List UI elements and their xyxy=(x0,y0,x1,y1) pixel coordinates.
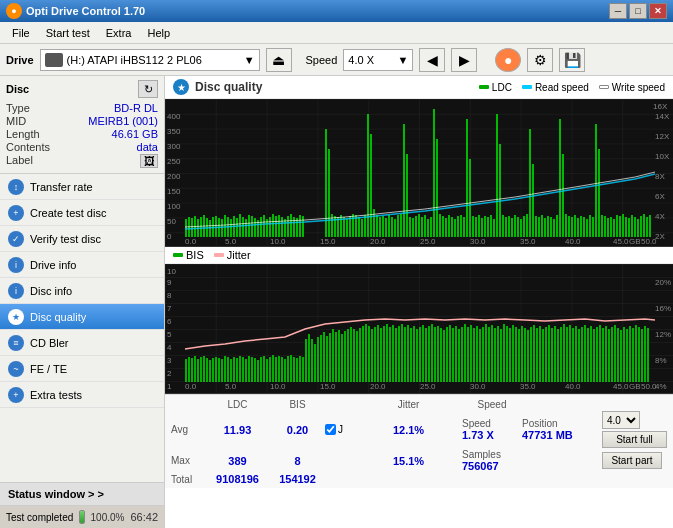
svg-rect-122 xyxy=(481,218,483,237)
svg-rect-295 xyxy=(449,325,451,382)
svg-rect-272 xyxy=(380,328,382,382)
disc-button[interactable]: ● xyxy=(495,48,521,72)
svg-rect-135 xyxy=(520,219,522,237)
status-window-button[interactable]: Status window > > xyxy=(0,482,164,506)
svg-rect-99 xyxy=(412,218,414,237)
svg-rect-275 xyxy=(389,327,391,382)
svg-rect-148 xyxy=(559,119,561,237)
save-button[interactable]: 💾 xyxy=(559,48,585,72)
svg-rect-153 xyxy=(574,215,576,237)
svg-rect-144 xyxy=(547,216,549,237)
bis-legend-bar: BIS Jitter xyxy=(165,247,673,264)
play-button[interactable]: ▶ xyxy=(451,48,477,72)
legend-write-speed: Write speed xyxy=(599,82,665,93)
legend-ldc-dot xyxy=(479,85,489,89)
svg-rect-317 xyxy=(515,327,517,382)
svg-text:25.0: 25.0 xyxy=(420,237,436,246)
drive-select[interactable]: (H:) ATAPI iHBS112 2 PL06 ▼ xyxy=(40,49,260,71)
svg-rect-136 xyxy=(523,216,525,237)
start-full-button[interactable]: Start full xyxy=(602,431,667,448)
svg-rect-252 xyxy=(320,335,322,382)
svg-rect-76 xyxy=(343,217,345,237)
svg-rect-282 xyxy=(410,328,412,382)
svg-rect-278 xyxy=(398,326,400,382)
close-button[interactable]: ✕ xyxy=(649,3,667,19)
nav-verify-test-disc[interactable]: ✓ Verify test disc xyxy=(0,226,164,252)
app-title: Opti Drive Control 1.70 xyxy=(26,5,609,17)
svg-rect-302 xyxy=(470,325,472,382)
svg-text:0.0: 0.0 xyxy=(185,382,197,391)
svg-rect-240 xyxy=(284,359,286,382)
svg-rect-273 xyxy=(383,326,385,382)
svg-rect-79 xyxy=(352,214,354,237)
svg-rect-361 xyxy=(647,328,649,382)
svg-rect-244 xyxy=(296,358,298,382)
nav-fe-te[interactable]: ~ FE / TE xyxy=(0,356,164,382)
svg-rect-271 xyxy=(377,325,379,382)
svg-rect-288 xyxy=(428,326,430,382)
svg-rect-257 xyxy=(335,332,337,382)
nav-disc-info[interactable]: i Disc info xyxy=(0,278,164,304)
elapsed-time: 66:42 xyxy=(130,511,158,523)
position-val: 47731 MB xyxy=(522,429,602,441)
speed-select[interactable]: 4.0 X ▼ xyxy=(343,49,413,71)
avg-label: Avg xyxy=(171,424,205,435)
maximize-button[interactable]: □ xyxy=(629,3,647,19)
settings-button[interactable]: ⚙ xyxy=(527,48,553,72)
nav-cd-bler[interactable]: ≡ CD Bler xyxy=(0,330,164,356)
svg-rect-245 xyxy=(299,356,301,382)
svg-rect-292 xyxy=(440,328,442,382)
test-completed-bar: Test completed 100.0% 66:42 xyxy=(0,506,164,528)
svg-rect-296 xyxy=(452,328,454,382)
svg-rect-86 xyxy=(373,209,375,237)
svg-rect-49 xyxy=(242,217,244,237)
minimize-button[interactable]: ─ xyxy=(609,3,627,19)
menu-extra[interactable]: Extra xyxy=(98,25,140,41)
svg-rect-253 xyxy=(323,332,325,382)
svg-rect-87 xyxy=(376,215,378,237)
svg-rect-249 xyxy=(311,339,313,382)
ldc-header: LDC xyxy=(205,399,270,410)
svg-text:2: 2 xyxy=(167,369,172,378)
bis-chart-svg: 1 2 3 4 5 6 7 8 9 10 4% 8% 12% 16% 20% 0… xyxy=(165,264,673,394)
svg-text:50: 50 xyxy=(167,217,176,226)
eject-button[interactable]: ⏏ xyxy=(266,48,292,72)
svg-rect-324 xyxy=(536,328,538,382)
nav-extra-tests[interactable]: + Extra tests xyxy=(0,382,164,408)
fe-te-icon: ~ xyxy=(8,361,24,377)
disc-label-icon[interactable]: 🖼 xyxy=(140,154,158,168)
nav-create-test-disc[interactable]: + Create test disc xyxy=(0,200,164,226)
svg-rect-248 xyxy=(308,334,310,382)
disc-quality-header: ★ Disc quality LDC Read speed Write spee… xyxy=(165,76,673,99)
svg-rect-59 xyxy=(272,214,274,237)
total-bis: 154192 xyxy=(270,473,325,485)
svg-rect-171 xyxy=(628,218,630,237)
nav-drive-info[interactable]: i Drive info xyxy=(0,252,164,278)
svg-text:16%: 16% xyxy=(655,304,671,313)
legend-bis-label: BIS xyxy=(186,249,204,261)
jitter-checkbox[interactable] xyxy=(325,424,336,435)
svg-text:8%: 8% xyxy=(655,356,667,365)
svg-rect-307 xyxy=(485,324,487,382)
svg-text:45.0: 45.0 xyxy=(613,237,629,246)
legend-ldc: LDC xyxy=(479,82,512,93)
nav-transfer-rate[interactable]: ↕ Transfer rate xyxy=(0,174,164,200)
svg-rect-349 xyxy=(611,327,613,382)
app-icon: ● xyxy=(6,3,22,19)
svg-rect-129 xyxy=(502,215,504,237)
svg-rect-126 xyxy=(493,219,495,237)
svg-text:1: 1 xyxy=(167,382,172,391)
position-area: Position 47731 MB xyxy=(522,418,602,441)
menu-help[interactable]: Help xyxy=(139,25,178,41)
disc-section: Disc ↻ Type BD-R DL MID MEIRB1 (001) Len… xyxy=(0,76,164,174)
svg-text:20.0: 20.0 xyxy=(370,237,386,246)
menu-start-test[interactable]: Start test xyxy=(38,25,98,41)
nav-disc-quality[interactable]: ★ Disc quality xyxy=(0,304,164,330)
prev-button[interactable]: ◀ xyxy=(419,48,445,72)
disc-refresh-button[interactable]: ↻ xyxy=(138,80,158,98)
menu-file[interactable]: File xyxy=(4,25,38,41)
speed-dropdown[interactable]: 4.0 X xyxy=(602,411,640,429)
start-buttons-area: 4.0 X Start full xyxy=(602,411,667,448)
drive-info-icon: i xyxy=(8,257,24,273)
start-part-button[interactable]: Start part xyxy=(602,452,662,469)
